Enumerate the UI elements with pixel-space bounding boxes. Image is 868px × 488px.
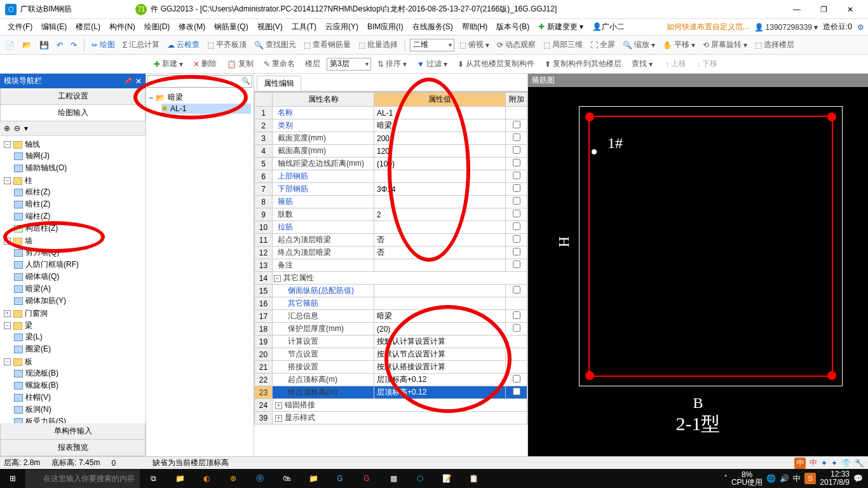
new-btn[interactable]: ✚ 新建 ▾ [150, 57, 187, 71]
property-grid[interactable]: 属性名称属性值附加 1名称AL-12类别暗梁3截面宽度(mm)2004截面高度(… [254, 92, 527, 456]
property-row[interactable]: 15侧面纵筋(总配筋值) [255, 285, 527, 297]
menu-version[interactable]: 版本号(B) [492, 20, 533, 34]
rebar-preview[interactable]: 1# H B 2-1型 [528, 87, 868, 456]
taskbar-search[interactable]: 在这里输入你要搜索的内容 [25, 470, 140, 488]
tab-single-input[interactable]: 单构件输入 [0, 423, 146, 440]
property-row[interactable]: 5轴线距梁左边线距离(mm)(100) [255, 158, 527, 170]
property-row[interactable]: 22起点顶标高(m)层顶标高+0.12 [255, 374, 527, 386]
floor-combo[interactable]: 第3层 [327, 58, 371, 71]
tray-net-icon[interactable]: 🌐 [766, 474, 776, 483]
menu-rebar[interactable]: 钢筋量(Q) [210, 20, 252, 34]
rotate-btn[interactable]: ⟲ 屏幕旋转 ▾ [700, 38, 750, 51]
draw-btn[interactable]: ✏ 绘图 [89, 38, 118, 51]
sort-btn[interactable]: ⇅ 排序 ▾ [374, 57, 410, 71]
view-rebar-btn[interactable]: ⬚ 查看钢筋量 [301, 38, 353, 51]
zoom-btn[interactable]: 🔍 缩放 ▾ [620, 38, 658, 51]
list-root[interactable]: −📂暗梁 [149, 92, 251, 104]
tray-vol-icon[interactable]: 🔊 [780, 474, 789, 483]
property-row[interactable]: 4截面高度(mm)120 [255, 145, 527, 158]
expand-icon[interactable]: ⊕ [4, 124, 10, 133]
batch-select-btn[interactable]: ⬚ 批量选择 [356, 38, 400, 51]
tree-menu-icon[interactable]: ▾ [24, 124, 28, 133]
menu-edit[interactable]: 编辑(E) [37, 20, 71, 34]
property-row[interactable]: 24+锚固搭接 [255, 399, 527, 412]
status-tool-1[interactable]: ✦ [821, 459, 827, 468]
property-row[interactable]: 11起点为顶层暗梁否 [255, 234, 527, 247]
tray-ime-icon[interactable]: 中 [793, 473, 801, 484]
copy-btn[interactable]: 📋 复制 [223, 57, 257, 71]
property-row[interactable]: 8箍筋 [255, 196, 527, 208]
app-2[interactable]: ◐ [193, 469, 220, 488]
pin-icon[interactable]: 📌 [124, 78, 132, 85]
menu-view[interactable]: 视图(V) [254, 20, 287, 34]
status-tool-4[interactable]: 🔧 [855, 459, 864, 468]
sum-btn[interactable]: Σ 汇总计算 [120, 38, 162, 51]
tray-notif-icon[interactable]: 💬 [853, 474, 863, 483]
save-icon[interactable]: 💾 [37, 39, 51, 51]
redo-icon[interactable]: ↷ [68, 39, 79, 51]
pan-btn[interactable]: ✋ 平移 ▾ [660, 38, 698, 51]
local-3d-btn[interactable]: ⬚ 局部三维 [541, 38, 585, 51]
minimize-button[interactable]: — [784, 1, 810, 18]
gear-icon[interactable]: ⚙ [857, 23, 864, 32]
component-tree[interactable]: −轴线 轴网(J) 辅助轴线(O) −柱 框柱(Z) 暗柱(Z) 端柱(Z) 构… [0, 136, 146, 423]
tab-project-setting[interactable]: 工程设置 [0, 88, 146, 105]
tray-clock[interactable]: 12:332017/8/9 [820, 470, 850, 487]
list-item-al1[interactable]: ✹AL-1 [161, 104, 251, 114]
property-row[interactable]: 3截面宽度(mm)200 [255, 132, 527, 145]
app-1[interactable]: 📁 [166, 469, 193, 488]
app-6[interactable]: 📁 [300, 469, 327, 488]
tray-sogou-icon[interactable]: S [804, 473, 816, 484]
property-row[interactable]: 1名称AL-1 [255, 107, 527, 119]
app-7[interactable]: G [327, 469, 353, 488]
menu-help[interactable]: 帮助(H) [458, 20, 492, 34]
cloud-check-btn[interactable]: ☁ 云检查 [165, 38, 202, 51]
app-11[interactable]: 📝 [433, 469, 460, 488]
status-tool-2[interactable]: ✦ [831, 459, 837, 468]
new-file-icon[interactable]: 📄 [3, 39, 17, 51]
move-down-btn[interactable]: ↓ 下移 [693, 57, 721, 71]
property-row[interactable]: 19计算设置按默认计算设置计算 [255, 336, 527, 348]
app-4[interactable]: ⓔ [247, 469, 273, 488]
maximize-button[interactable]: ❐ [811, 1, 836, 18]
app-8[interactable]: G [353, 469, 380, 488]
ime-icon[interactable]: 中 [794, 458, 806, 469]
select-floor-btn[interactable]: ⬚ 选择楼层 [752, 38, 797, 51]
property-row[interactable]: 18保护层厚度(mm)(20) [255, 323, 527, 336]
copy-from-btn[interactable]: ⬇ 从其他楼层复制构件 [454, 57, 538, 71]
help-link[interactable]: 如何快速布置自定义范... [667, 22, 749, 32]
collapse-icon[interactable]: ⊖ [14, 124, 20, 133]
app-12[interactable]: 📋 [460, 469, 487, 488]
app-3[interactable]: ⊛ [220, 469, 247, 488]
menu-bim[interactable]: BIM应用(I) [363, 20, 407, 34]
tab-report[interactable]: 报表预览 [0, 440, 146, 456]
taskview-icon[interactable]: ⧉ [140, 469, 166, 488]
property-row[interactable]: 6上部钢筋 [255, 170, 527, 183]
tray-expand-icon[interactable]: ˄ [724, 474, 728, 483]
app-9[interactable]: ▦ [380, 469, 407, 488]
tree-hidden-beam[interactable]: 暗梁(A) [25, 283, 51, 294]
app-10[interactable]: ⬡ [407, 469, 433, 488]
menu-online[interactable]: 在线服务(S) [409, 20, 457, 34]
delete-btn[interactable]: ✕ 删除 [189, 57, 220, 71]
phone-label[interactable]: 👤13907298339 ▾ [754, 23, 818, 32]
property-row[interactable]: 9肢数2 [255, 208, 527, 221]
ime-text[interactable]: 中 [810, 458, 817, 468]
property-row[interactable]: 12终点为顶层暗梁否 [255, 247, 527, 259]
copy-to-btn[interactable]: ⬆ 复制构件到其他楼层 [541, 57, 625, 71]
filter-btn[interactable]: ▼ 过滤 ▾ [413, 57, 451, 71]
open-file-icon[interactable]: 📂 [20, 39, 34, 51]
property-row[interactable]: 23终点顶标高(m)层顶标高+0.12 [255, 386, 527, 399]
menu-cloud[interactable]: 云应用(Y) [322, 20, 362, 34]
fullscreen-btn[interactable]: ⛶ 全屏 [588, 38, 618, 51]
property-row[interactable]: 20节点设置按默认节点设置计算 [255, 348, 527, 361]
property-row[interactable]: 21搭接设置按默认搭接设置计算 [255, 361, 527, 374]
start-button[interactable]: ⊞ [0, 469, 25, 488]
orbit-btn[interactable]: ⟳ 动态观察 [494, 38, 538, 51]
component-search[interactable] [147, 75, 252, 88]
panel-close-icon[interactable]: ✕ [135, 77, 142, 86]
view-mode-combo[interactable]: 二维 [410, 39, 454, 51]
property-row[interactable]: 17汇总信息暗梁 [255, 310, 527, 323]
property-row[interactable]: 13备注 [255, 259, 527, 272]
undo-icon[interactable]: ↶ [54, 39, 65, 51]
